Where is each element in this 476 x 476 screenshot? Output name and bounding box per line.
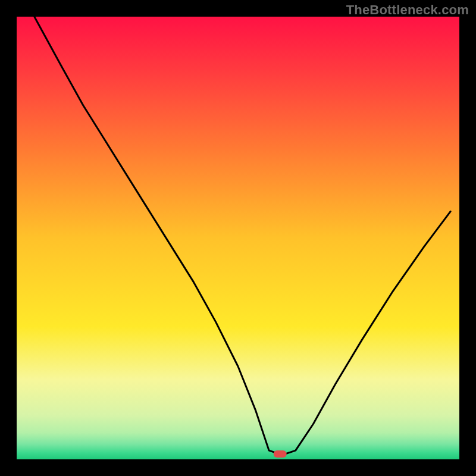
minimum-marker bbox=[274, 450, 287, 458]
bottleneck-chart: TheBottleneck.com bbox=[0, 0, 476, 476]
watermark-text: TheBottleneck.com bbox=[346, 2, 469, 18]
chart-svg bbox=[0, 0, 476, 476]
chart-background bbox=[17, 17, 459, 459]
